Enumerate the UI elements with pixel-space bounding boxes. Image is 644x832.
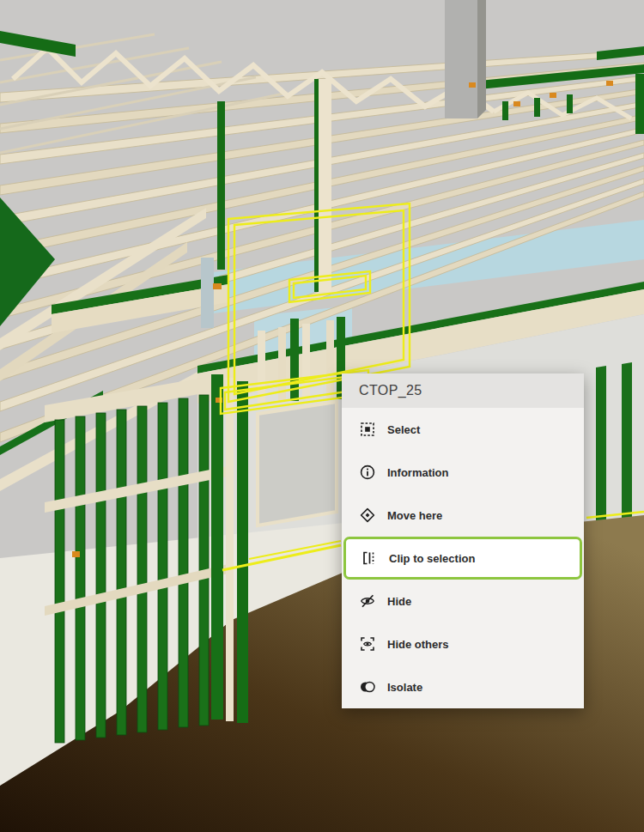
context-menu: CTOP_25 Select Information Move her (342, 373, 584, 708)
menu-item-label: Select (387, 423, 420, 436)
menu-item-hide[interactable]: Hide (342, 580, 584, 622)
select-icon (359, 421, 376, 438)
concrete-column (445, 0, 486, 118)
menu-item-label: Information (387, 466, 449, 479)
context-menu-title: CTOP_25 (342, 373, 584, 408)
menu-item-label: Clip to selection (389, 552, 475, 565)
menu-item-hide-others[interactable]: Hide others (342, 622, 584, 665)
isolate-icon (359, 678, 376, 695)
hide-others-icon (359, 635, 376, 653)
move-here-icon (359, 507, 376, 524)
menu-item-label: Isolate (387, 681, 422, 694)
menu-item-clip-to-selection[interactable]: Clip to selection (343, 537, 582, 580)
hide-icon (359, 592, 376, 610)
information-icon (359, 464, 376, 481)
menu-item-information[interactable]: Information (342, 451, 584, 494)
menu-item-isolate[interactable]: Isolate (342, 665, 584, 708)
menu-item-label: Move here (387, 509, 442, 522)
menu-item-select[interactable]: Select (342, 408, 584, 451)
corner-posts (211, 374, 248, 723)
menu-item-label: Hide (387, 595, 411, 608)
menu-item-label: Hide others (387, 638, 449, 651)
clip-to-selection-icon (361, 550, 378, 567)
menu-item-move-here[interactable]: Move here (342, 494, 584, 537)
